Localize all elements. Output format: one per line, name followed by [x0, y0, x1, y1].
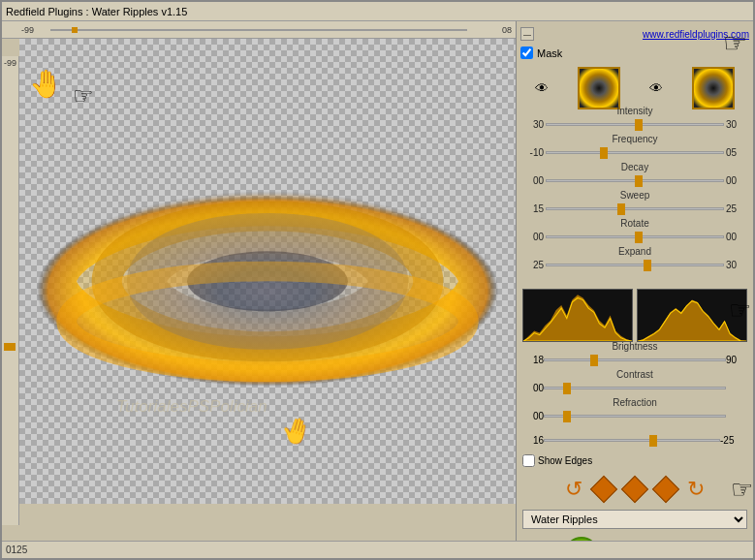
intensity-label: Intensity [616, 106, 652, 116]
status-bar: 0125 [2, 541, 753, 558]
rotate-thumb[interactable] [635, 232, 643, 243]
slider-row-brightness: 18 Brightness 90 [522, 352, 747, 367]
rotate-track [546, 235, 724, 238]
effect-dropdown[interactable]: Water Ripples Ripple 2 Ripple 3 [522, 510, 747, 529]
frequency-left: -10 [522, 147, 544, 158]
contrast-label: Contrast [616, 369, 653, 380]
histograms: ☞ [520, 275, 749, 346]
decay-right: 00 [726, 175, 747, 186]
refraction-left: 00 [522, 411, 544, 421]
title-text: Redfield Plugins : Water Ripples v1.15 [6, 6, 187, 17]
canvas-area: -99 08 -99 [2, 21, 516, 541]
ruler-top-left: -99 [21, 25, 34, 35]
brightness-slider[interactable]: Brightness [544, 352, 726, 367]
refraction-label: Refraction [613, 397, 657, 408]
diamond-center[interactable] [621, 476, 648, 503]
show-edges-row: Show Edges [520, 451, 749, 471]
frequency-thumb[interactable] [600, 147, 608, 159]
ripple-image [19, 39, 516, 504]
show-edges-label: Show Edges [538, 455, 592, 466]
v-slider-thumb[interactable] [4, 343, 16, 351]
decay-thumb[interactable] [635, 175, 643, 187]
nav-icons: ↺ ↻ ☞ [520, 473, 749, 506]
extra-left: 16 [522, 435, 544, 446]
controls-panel: — www.redfieldplugins.com Mask ☞ 👁 👁 [516, 21, 753, 541]
intensity-slider[interactable]: Intensity [546, 116, 724, 132]
frequency-track [546, 151, 724, 154]
contrast-left: 00 [522, 383, 544, 393]
mask-label: Mask [537, 47, 562, 59]
slider-row-sweep: 15 Sweep 25 [522, 201, 747, 216]
top-ruler: -99 08 [2, 21, 516, 39]
eye-icon-left[interactable]: 👁 [535, 80, 549, 96]
rotate-label: Rotate [620, 218, 648, 229]
left-ruler-top: -99 [4, 58, 16, 68]
expand-thumb[interactable] [644, 260, 651, 271]
status-position: 0125 [6, 544, 27, 555]
sweep-track [546, 207, 724, 210]
frequency-slider[interactable]: Frequency [546, 144, 724, 160]
sliders-section: 30 Intensity 30 -10 [520, 115, 749, 273]
expand-right: 30 [726, 260, 747, 270]
diamond-left[interactable] [590, 476, 617, 503]
expand-slider[interactable]: Expand [546, 257, 724, 272]
refraction-thumb[interactable] [563, 411, 571, 422]
rotate-left-icon[interactable]: ↺ [565, 477, 582, 502]
intensity-left: 30 [522, 119, 544, 130]
sweep-thumb[interactable] [617, 203, 625, 215]
brightness-thumb[interactable] [590, 355, 598, 366]
histogram-left [522, 289, 633, 342]
decay-left: 00 [522, 175, 544, 186]
lower-sliders: 18 Brightness 90 00 [520, 348, 749, 449]
canvas-bg[interactable]: TutorialesPSPolician 🤚 ☞ 🤚 [19, 39, 516, 504]
ruler-top-right: 08 [502, 25, 512, 35]
histogram-left-svg [523, 290, 632, 341]
canvas-viewport[interactable]: -99 [2, 39, 516, 541]
slider-row-contrast: 00 Contrast [522, 380, 747, 395]
sweep-right: 25 [726, 203, 747, 214]
diamond-right[interactable] [652, 476, 679, 503]
frequency-right: 05 [726, 147, 747, 158]
bottom-buttons: ✓ ☞ [520, 533, 749, 541]
refraction-slider[interactable]: Refraction [544, 408, 726, 423]
slider-row-intensity: 30 Intensity 30 [522, 116, 747, 132]
slider-row-refraction: 00 Refraction [522, 408, 747, 423]
preview-thumb-2[interactable] [692, 67, 735, 109]
hand-icon-histogram: ☞ [729, 296, 751, 326]
contrast-slider[interactable]: Contrast [544, 380, 726, 395]
contrast-thumb[interactable] [563, 383, 571, 394]
sweep-label: Sweep [620, 190, 650, 201]
slider-row-rotate: 00 Rotate 00 [522, 229, 747, 244]
sweep-left: 15 [522, 203, 544, 214]
rotate-left: 00 [522, 232, 544, 242]
app-window: Redfield Plugins : Water Ripples v1.15 -… [0, 0, 755, 560]
brightness-left: 18 [522, 355, 544, 365]
extra-thumb[interactable] [649, 435, 657, 447]
rotate-right-icon[interactable]: ↻ [687, 477, 705, 502]
rotate-slider[interactable]: Rotate [546, 229, 724, 244]
mask-checkbox[interactable] [520, 47, 533, 59]
expand-label: Expand [618, 246, 651, 257]
hand-icon-nav: ☞ [731, 475, 753, 505]
preview-thumb-1[interactable] [578, 67, 620, 109]
hand-icon-topright: ☞ [723, 27, 747, 59]
svg-point-5 [37, 181, 499, 382]
sweep-slider[interactable]: Sweep [546, 201, 724, 216]
title-bar: Redfield Plugins : Water Ripples v1.15 [2, 2, 753, 21]
minimize-button[interactable]: — [520, 27, 534, 41]
expand-track [546, 264, 724, 266]
left-ruler: -99 [2, 56, 19, 525]
extra-slider[interactable] [544, 432, 720, 448]
top-controls: — www.redfieldplugins.com [520, 25, 749, 43]
decay-label: Decay [621, 162, 648, 172]
slider-row-extra: 16 -25 [522, 432, 747, 448]
show-edges-checkbox[interactable] [522, 454, 535, 467]
decay-slider[interactable]: Decay [546, 172, 724, 188]
intensity-thumb[interactable] [635, 119, 643, 131]
main-content: -99 08 -99 [2, 21, 753, 541]
eye-icon-right[interactable]: 👁 [649, 80, 663, 96]
brightness-label: Brightness [612, 341, 657, 352]
minimize-icon: — [523, 30, 531, 39]
extra-right: -25 [720, 435, 747, 446]
slider-row-expand: 25 Expand 30 [522, 257, 747, 272]
